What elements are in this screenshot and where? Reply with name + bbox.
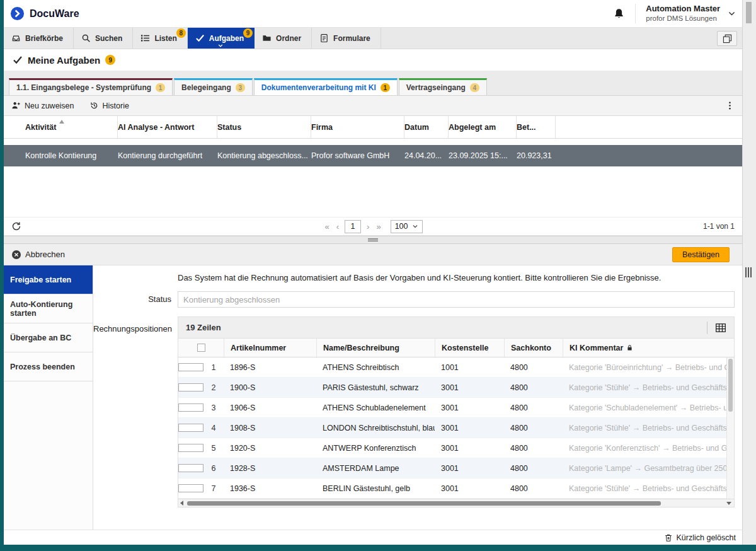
column-header-datum[interactable]: Datum [404, 116, 449, 138]
vertical-scroll-thumb[interactable] [728, 359, 733, 412]
position-row-7[interactable]: 71936-SBERLIN Gästestuhl, gelb30014800Ka… [178, 478, 726, 499]
nav-tab-ordner[interactable]: Ordner [255, 28, 312, 49]
nav-label: Briefkörbe [25, 34, 63, 43]
positions-row: Rechnungspositionen 19 Zeilen [93, 316, 735, 508]
cell-nr: 7 [203, 484, 224, 493]
results-empty-area [4, 166, 742, 217]
task-tab-systempruefung[interactable]: 1.1. Eingangsbelege - Systemprüfung1 [9, 78, 173, 95]
position-row-4[interactable]: 41908-SLONDON Schreibtischstuhl, blau300… [178, 418, 726, 438]
cancel-circle-icon [11, 250, 21, 260]
cell-name: ATHENS Schubladenelement [316, 403, 435, 412]
cancel-button[interactable]: Abbrechen [11, 250, 65, 260]
page-size-value: 100 [395, 222, 408, 231]
last-page-button[interactable]: » [375, 222, 382, 231]
reassign-button[interactable]: Neu zuweisen [11, 101, 74, 110]
positions-column-kostenstelle[interactable]: Kostenstelle [435, 339, 504, 357]
task-tab-dokumentenverarbeitung-ki[interactable]: Dokumentenverarbeitung mit KI1 [254, 78, 398, 95]
bottom-edge-border [0, 545, 756, 551]
current-page-input[interactable]: 1 [345, 220, 361, 233]
task-detail-panel: Abbrechen Bestätigen Freigabe startenAut… [4, 244, 742, 530]
position-row-3[interactable]: 31906-SATHENS Schubladenelement30014800K… [178, 398, 726, 418]
column-header-abgelegt-am[interactable]: Abgelegt am [449, 116, 517, 138]
position-row-2[interactable]: 21900-SPARIS Gästestuhl, schwarz30014800… [178, 378, 726, 398]
brand[interactable]: DocuWare [10, 6, 79, 21]
cell-sk: 4800 [504, 403, 563, 412]
top-bar: DocuWare Automation Master profor DMS Lö… [4, 0, 742, 28]
status-field-label: Status [93, 291, 178, 308]
vertical-scrollbar[interactable] [726, 357, 734, 499]
column-header-ai-analyse-antwort[interactable]: AI Analyse - Antwort [118, 116, 217, 138]
column-label: Sachkonto [511, 344, 551, 352]
position-row-1[interactable]: 11896-SATHENS Schreibtisch10014800Katego… [178, 357, 726, 378]
recently-deleted-button[interactable]: Kürzlich gelöscht [664, 533, 736, 542]
column-header-firma[interactable]: Firma [311, 116, 404, 138]
horizontal-scroll-thumb[interactable] [187, 501, 661, 506]
positions-column-artikelnummer[interactable]: Artikelnummer [224, 339, 316, 357]
task-tab-label: 1.1. Eingangsbelege - Systemprüfung [16, 83, 151, 92]
task-row[interactable]: Kontrolle KontierungKontierung durchgefü… [4, 145, 742, 166]
cell-firma: Profor software GmbH [311, 151, 404, 160]
decision-list: Freigabe startenAuto-Kontierung startenÜ… [4, 265, 93, 530]
table-grid-icon[interactable] [715, 322, 726, 334]
column-header-status[interactable]: Status [217, 116, 311, 138]
tasks-count-badge: 9 [105, 55, 115, 65]
positions-field-label: Rechnungspositionen [93, 316, 178, 508]
scroll-down-arrow-icon[interactable] [726, 502, 731, 505]
nav-tab-formulare[interactable]: Formulare [312, 28, 381, 49]
decision-uebergabe-an-bc[interactable]: Übergabe an BC [4, 323, 93, 352]
nav-label: Suchen [95, 34, 122, 43]
viewer-panel-button[interactable] [717, 31, 737, 46]
nav-tab-listen[interactable]: Listen8 [133, 28, 187, 49]
positions-column-sachkonto[interactable]: Sachkonto [504, 339, 563, 357]
position-row-6[interactable]: 61928-SAMSTERDAM Lampe30014800Kategorie … [178, 458, 726, 478]
cell-sk: 4800 [504, 363, 563, 372]
task-tab-belegeingang[interactable]: Belegeingang3 [174, 78, 253, 95]
nav-tab-briefkoerbe[interactable]: Briefkörbe [4, 28, 74, 49]
top-right-area: Automation Master profor DMS Lösungen [613, 4, 736, 23]
status-input[interactable] [178, 291, 735, 308]
cancel-label: Abbrechen [25, 250, 65, 259]
vertical-splitter-grip[interactable] [745, 267, 752, 277]
user-info: Automation Master profor DMS Lösungen [646, 4, 720, 23]
page-size-select[interactable]: 100 [391, 220, 423, 233]
notifications-bell-icon[interactable] [613, 8, 625, 20]
window-scrollbar-rail[interactable] [742, 0, 756, 545]
column-header-aktivitaet[interactable]: Aktivität [25, 116, 118, 138]
reassign-label: Neu zuweisen [25, 102, 74, 110]
decision-prozess-beenden[interactable]: Prozess beenden [4, 352, 93, 381]
chevron-down-icon [218, 43, 224, 49]
nav-tab-suchen[interactable]: Suchen [74, 28, 133, 49]
main-area: DocuWare Automation Master profor DMS Lö… [4, 0, 742, 545]
positions-column-name-beschreibung[interactable]: Name/Beschreibung [316, 339, 435, 357]
cell-name: BERLIN Gästestuhl, gelb [316, 484, 435, 493]
horizontal-splitter[interactable] [4, 236, 742, 244]
detail-action-bar: Abbrechen Bestätigen [4, 244, 742, 265]
first-page-button[interactable]: « [323, 222, 330, 231]
scrollbar-thumb[interactable] [746, 2, 752, 23]
column-header-bet[interactable]: Bet... [517, 116, 556, 138]
decision-auto-kontierung-starten[interactable]: Auto-Kontierung starten [4, 294, 93, 323]
check-icon [13, 55, 23, 65]
user-menu[interactable]: Automation Master profor DMS Lösungen [635, 4, 736, 23]
list-toolbar: Neu zuweisen Historie [4, 96, 742, 116]
more-options-button[interactable] [725, 101, 735, 110]
next-page-button[interactable]: › [365, 222, 370, 231]
list-icon [140, 33, 150, 43]
select-all-checkbox[interactable] [197, 344, 205, 352]
column-label: Aktivität [25, 123, 56, 132]
positions-column-ki-kommentar[interactable]: KI Kommentar [563, 339, 734, 357]
prev-page-button[interactable]: ‹ [335, 222, 340, 231]
app-frame: DocuWare Automation Master profor DMS Lö… [0, 0, 756, 551]
nav-tab-aufgaben[interactable]: Aufgaben9 [188, 28, 255, 49]
position-row-5[interactable]: 51920-SANTWERP Konferenztisch30014800Kat… [178, 438, 726, 458]
history-button[interactable]: Historie [89, 101, 129, 110]
history-label: Historie [103, 102, 129, 110]
confirm-button[interactable]: Bestätigen [672, 247, 730, 262]
pagination-controls: « ‹ 1 › » 100 [4, 218, 742, 235]
horizontal-scrollbar[interactable] [186, 501, 724, 506]
scroll-left-arrow-icon[interactable] [180, 501, 183, 506]
left-edge-border [0, 0, 4, 551]
task-tab-vertragseingang[interactable]: Vertragseingang4 [399, 78, 487, 95]
positions-table: 19 Zeilen ArtikelnummerName/Beschreibung… [178, 316, 735, 508]
decision-freigabe-starten[interactable]: Freigabe starten [4, 265, 93, 294]
